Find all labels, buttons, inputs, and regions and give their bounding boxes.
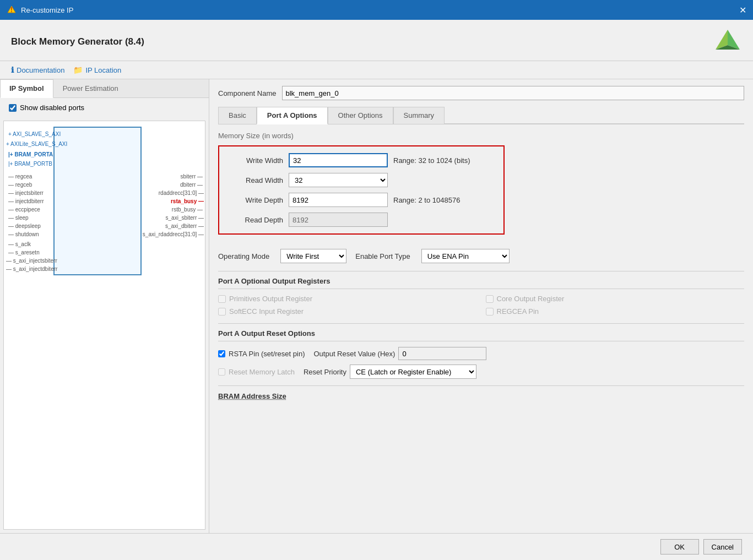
diagram-canvas: + AXI_SLAVE_S_AXI + AXILite_SLAVE_S_AXI … xyxy=(3,121,205,530)
reset-mem-left: Reset Memory Latch xyxy=(218,368,295,376)
component-name-label: Component Name xyxy=(218,89,277,97)
port-deepsleep: — deepsleep xyxy=(8,223,41,229)
port-a-optional-title: Port A Optional Output Registers xyxy=(218,277,744,289)
divider1 xyxy=(218,271,744,271)
main-container: Block Memory Generator (8.4) ℹ Documenta… xyxy=(0,20,753,560)
rsta-row: RSTA Pin (set/reset pin) Output Reset Va… xyxy=(218,347,744,360)
divider3 xyxy=(218,385,744,386)
svg-text:!: ! xyxy=(10,6,13,14)
memory-size-title: Memory Size (in words) xyxy=(218,131,744,140)
port-saxisbiterr: s_axi_sbiterr — xyxy=(166,215,204,221)
out-reset-input[interactable] xyxy=(398,347,486,360)
component-name-input[interactable] xyxy=(282,86,745,100)
doc-label: Documentation xyxy=(17,66,64,74)
port-rsta-busy: rsta_busy — xyxy=(171,198,204,204)
show-disabled-label: Show disabled ports xyxy=(20,104,84,112)
port-a-reset-section: Port A Output Reset Options RSTA Pin (se… xyxy=(218,329,744,379)
show-disabled-row: Show disabled ports xyxy=(0,98,209,117)
bram-address-title: BRAM Address Size xyxy=(218,392,744,400)
ip-diagram-area: + AXI_SLAVE_S_AXI + AXILite_SLAVE_S_AXI … xyxy=(3,121,205,530)
regcea-checkbox[interactable] xyxy=(486,308,494,316)
left-panel: IP Symbol Power Estimation Show disabled… xyxy=(0,79,209,533)
operating-mode-select[interactable]: Write First Read First No Change xyxy=(280,249,346,263)
title-bar-title: Re-customize IP xyxy=(21,6,73,14)
prim-out-reg-item: Primitives Output Register xyxy=(218,295,477,303)
port-axilite: + AXILite_SLAVE_S_AXI xyxy=(6,141,67,147)
port-sinjdbiterr: — s_axi_injectdbiterr xyxy=(6,266,57,272)
close-button[interactable]: ✕ xyxy=(739,5,746,15)
tab-ip-symbol[interactable]: IP Symbol xyxy=(0,79,53,98)
write-depth-range: Range: 2 to 1048576 xyxy=(393,196,460,204)
rsta-checkbox[interactable] xyxy=(218,350,225,357)
reset-priority-label: Reset Priority xyxy=(304,368,346,376)
core-out-reg-item: Core Output Register xyxy=(486,295,745,303)
documentation-button[interactable]: ℹ Documentation xyxy=(11,66,64,74)
reset-mem-checkbox[interactable] xyxy=(218,368,225,376)
tab-summary[interactable]: Summary xyxy=(393,107,445,124)
rsta-label: RSTA Pin (set/reset pin) xyxy=(229,350,305,358)
divider2 xyxy=(218,323,744,324)
core-out-reg-checkbox[interactable] xyxy=(486,295,494,303)
write-width-row: Write Width Range: 32 to 1024 (bits) xyxy=(228,153,495,167)
read-depth-label: Read Depth xyxy=(228,216,283,224)
port-saxirdaddrecc: s_axi_rdaddrecc[31:0] — xyxy=(143,231,204,237)
write-width-label: Write Width xyxy=(228,156,283,165)
location-label: IP Location xyxy=(85,66,121,74)
regcea-label: REGCEA Pin xyxy=(497,307,539,316)
ip-location-button[interactable]: 📁 IP Location xyxy=(73,66,121,74)
reset-memory-row: Reset Memory Latch Reset Priority CE (La… xyxy=(218,365,744,379)
show-disabled-checkbox[interactable] xyxy=(9,104,17,112)
reset-priority-select[interactable]: CE (Latch or Register Enable) SR (Set/Re… xyxy=(350,365,476,379)
port-saxidbiterr: s_axi_dbiterr — xyxy=(165,223,204,229)
soft-ecc-checkbox[interactable] xyxy=(218,308,226,316)
out-reset-label: Output Reset Value (Hex) xyxy=(313,350,395,358)
memory-size-box: Write Width Range: 32 to 1024 (bits) Rea… xyxy=(218,145,505,235)
regcea-item: REGCEA Pin xyxy=(486,307,745,316)
write-width-input[interactable] xyxy=(289,153,388,167)
prim-out-reg-label: Primitives Output Register xyxy=(229,295,312,303)
operating-mode-label: Operating Mode xyxy=(218,252,269,260)
tab-content: Memory Size (in words) Write Width Range… xyxy=(218,131,744,526)
port-eccpipece: — eccpipece xyxy=(8,206,40,213)
enable-port-type-select[interactable]: Use ENA Pin Always Enabled xyxy=(421,249,510,263)
read-width-row: Read Width 32 xyxy=(228,173,495,187)
tab-power-estimation[interactable]: Power Estimation xyxy=(53,79,128,97)
tabs-row: Basic Port A Options Other Options Summa… xyxy=(218,107,744,124)
write-depth-row: Write Depth Range: 2 to 1048576 xyxy=(228,193,495,207)
port-dbiterr: dbiterr — xyxy=(180,182,203,188)
port-bram-porta: |+ BRAM_PORTA xyxy=(8,151,53,157)
prim-out-reg-checkbox[interactable] xyxy=(218,295,226,303)
folder-icon: 📁 xyxy=(73,66,83,74)
port-rstb-busy: rstb_busy — xyxy=(172,206,203,213)
bottom-bar: OK Cancel xyxy=(0,533,753,560)
app-title: Block Memory Generator (8.4) xyxy=(11,36,144,47)
ok-button[interactable]: OK xyxy=(660,539,699,554)
write-depth-input[interactable] xyxy=(289,193,388,207)
title-bar-left: ! Re-customize IP xyxy=(7,5,73,15)
tab-port-a-options[interactable]: Port A Options xyxy=(257,107,328,124)
memory-size-suffix: (in words) xyxy=(262,132,294,140)
reset-priority-right: Reset Priority CE (Latch or Register Ena… xyxy=(304,365,476,379)
read-width-select[interactable]: 32 xyxy=(289,173,388,187)
optional-checkboxes: Primitives Output Register Core Output R… xyxy=(218,295,744,316)
tab-basic[interactable]: Basic xyxy=(218,107,257,124)
cancel-button[interactable]: Cancel xyxy=(703,539,742,554)
memory-size-section: Memory Size (in words) Write Width Range… xyxy=(218,131,744,242)
port-injectsbiterr: — injectsbiterr xyxy=(8,190,44,196)
port-sbiterr: sbiterr — xyxy=(180,173,203,180)
reset-mem-label: Reset Memory Latch xyxy=(229,368,295,376)
header-area: Block Memory Generator (8.4) xyxy=(0,20,753,61)
component-box xyxy=(53,127,142,275)
soft-ecc-label: SoftECC Input Register xyxy=(229,307,304,316)
port-regcea: — regcea xyxy=(8,173,32,180)
tab-other-options[interactable]: Other Options xyxy=(328,107,393,124)
port-rdaddrecc: rdaddrecc[31:0] — xyxy=(159,190,204,196)
soft-ecc-item: SoftECC Input Register xyxy=(218,307,477,316)
port-regceb: — regceb xyxy=(8,182,32,188)
write-width-range: Range: 32 to 1024 (bits) xyxy=(393,156,470,165)
rsta-left: RSTA Pin (set/reset pin) xyxy=(218,350,305,358)
left-tabs: IP Symbol Power Estimation xyxy=(0,79,209,98)
read-depth-input xyxy=(289,213,388,227)
write-depth-label: Write Depth xyxy=(228,196,283,204)
toolbar: ℹ Documentation 📁 IP Location xyxy=(0,61,753,79)
